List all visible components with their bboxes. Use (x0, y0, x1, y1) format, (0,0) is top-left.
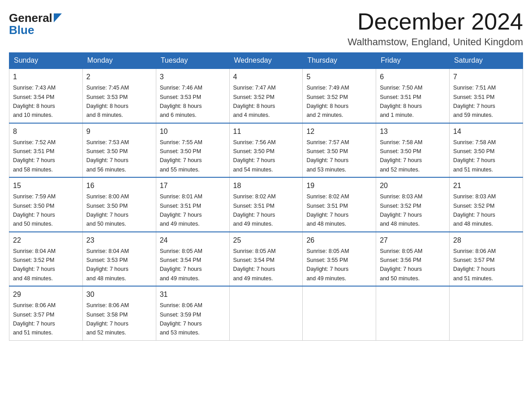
day-number: 8 (13, 126, 79, 137)
day-sunset: Sunset: 3:50 PM (86, 148, 128, 154)
day-daylight2: and 52 minutes. (380, 167, 420, 173)
day-daylight1: Daylight: 7 hours (13, 212, 55, 218)
col-tuesday: Tuesday (156, 53, 229, 69)
page-header: General Blue December 2024 Walthamstow, … (9, 9, 523, 48)
day-daylight2: and 50 minutes. (13, 221, 53, 227)
calendar-day-cell: 4 Sunrise: 7:47 AM Sunset: 3:52 PM Dayli… (229, 68, 303, 123)
day-sunrise: Sunrise: 7:50 AM (380, 85, 422, 91)
day-daylight2: and 48 minutes. (13, 275, 53, 282)
day-daylight2: and 51 minutes. (453, 167, 493, 173)
day-sunset: Sunset: 3:51 PM (453, 94, 494, 100)
calendar-day-cell: 7 Sunrise: 7:51 AM Sunset: 3:51 PM Dayli… (450, 68, 523, 123)
calendar-day-cell: 2 Sunrise: 7:45 AM Sunset: 3:53 PM Dayli… (82, 68, 156, 123)
calendar-day-cell: 10 Sunrise: 7:55 AM Sunset: 3:50 PM Dayl… (156, 123, 229, 178)
day-number: 18 (233, 180, 299, 191)
col-wednesday: Wednesday (229, 53, 303, 69)
calendar-day-cell: 20 Sunrise: 8:03 AM Sunset: 3:52 PM Dayl… (376, 177, 450, 232)
day-sunset: Sunset: 3:58 PM (86, 312, 128, 318)
day-sunrise: Sunrise: 8:02 AM (233, 193, 276, 200)
day-sunset: Sunset: 3:53 PM (86, 94, 128, 100)
day-daylight1: Daylight: 8 hours (160, 103, 202, 109)
day-sunrise: Sunrise: 7:58 AM (380, 139, 422, 146)
calendar-day-cell: 5 Sunrise: 7:49 AM Sunset: 3:52 PM Dayli… (303, 68, 376, 123)
calendar-day-cell (376, 286, 450, 340)
calendar-day-cell: 11 Sunrise: 7:56 AM Sunset: 3:50 PM Dayl… (229, 123, 303, 178)
day-number: 25 (233, 235, 299, 246)
day-sunrise: Sunrise: 8:03 AM (453, 193, 496, 200)
calendar-day-cell: 3 Sunrise: 7:46 AM Sunset: 3:53 PM Dayli… (156, 68, 229, 123)
day-daylight1: Daylight: 7 hours (453, 212, 495, 218)
day-daylight1: Daylight: 7 hours (86, 157, 129, 163)
calendar-day-cell: 30 Sunrise: 8:06 AM Sunset: 3:58 PM Dayl… (82, 286, 156, 340)
col-thursday: Thursday (303, 53, 376, 69)
day-daylight2: and 48 minutes. (306, 221, 346, 227)
calendar-header-row: Sunday Monday Tuesday Wednesday Thursday… (9, 53, 523, 69)
day-daylight2: and 56 minutes. (86, 167, 126, 173)
day-number: 2 (86, 72, 152, 82)
calendar-day-cell: 27 Sunrise: 8:05 AM Sunset: 3:56 PM Dayl… (376, 232, 450, 287)
day-number: 28 (453, 235, 519, 246)
calendar-day-cell: 22 Sunrise: 8:04 AM Sunset: 3:52 PM Dayl… (9, 232, 83, 287)
location-subtitle: Walthamstow, England, United Kingdom (348, 36, 523, 48)
day-number: 29 (13, 289, 79, 300)
day-sunset: Sunset: 3:56 PM (380, 257, 421, 263)
day-sunrise: Sunrise: 7:53 AM (86, 139, 129, 146)
col-saturday: Saturday (450, 53, 523, 69)
day-sunrise: Sunrise: 8:02 AM (306, 193, 349, 200)
day-number: 11 (233, 126, 299, 137)
day-sunset: Sunset: 3:54 PM (233, 257, 275, 263)
calendar-day-cell: 6 Sunrise: 7:50 AM Sunset: 3:51 PM Dayli… (376, 68, 450, 123)
calendar-day-cell: 19 Sunrise: 8:02 AM Sunset: 3:51 PM Dayl… (303, 177, 376, 232)
day-sunset: Sunset: 3:57 PM (453, 257, 494, 263)
day-number: 30 (86, 289, 152, 300)
day-number: 31 (160, 289, 226, 300)
day-sunrise: Sunrise: 8:05 AM (380, 248, 422, 254)
day-daylight2: and 50 minutes. (380, 275, 420, 282)
day-sunset: Sunset: 3:51 PM (160, 203, 201, 209)
calendar-day-cell: 9 Sunrise: 7:53 AM Sunset: 3:50 PM Dayli… (82, 123, 156, 178)
day-sunrise: Sunrise: 8:01 AM (160, 193, 202, 200)
day-daylight1: Daylight: 7 hours (453, 266, 495, 272)
day-sunrise: Sunrise: 8:04 AM (86, 248, 129, 254)
calendar-day-cell (229, 286, 303, 340)
day-number: 9 (86, 126, 152, 137)
day-number: 23 (86, 235, 152, 246)
day-sunset: Sunset: 3:51 PM (306, 203, 348, 209)
day-sunset: Sunset: 3:50 PM (306, 148, 348, 154)
calendar-day-cell: 31 Sunrise: 8:06 AM Sunset: 3:59 PM Dayl… (156, 286, 229, 340)
day-daylight2: and 50 minutes. (86, 221, 126, 227)
day-daylight2: and 2 minutes. (306, 112, 343, 118)
day-sunrise: Sunrise: 8:06 AM (13, 302, 56, 308)
day-daylight2: and 54 minutes. (233, 167, 273, 173)
day-daylight1: Daylight: 7 hours (160, 212, 202, 218)
day-daylight2: and 52 minutes. (86, 330, 126, 336)
day-sunrise: Sunrise: 7:57 AM (306, 139, 349, 146)
day-daylight1: Daylight: 7 hours (86, 212, 129, 218)
calendar-day-cell: 26 Sunrise: 8:05 AM Sunset: 3:55 PM Dayl… (303, 232, 376, 287)
calendar-table: Sunday Monday Tuesday Wednesday Thursday… (9, 52, 523, 341)
day-number: 27 (380, 235, 446, 246)
day-number: 13 (380, 126, 446, 137)
day-sunrise: Sunrise: 7:56 AM (233, 139, 276, 146)
day-sunset: Sunset: 3:51 PM (13, 148, 54, 154)
day-daylight1: Daylight: 7 hours (306, 266, 348, 272)
day-daylight1: Daylight: 8 hours (233, 103, 275, 109)
day-sunset: Sunset: 3:50 PM (13, 203, 54, 209)
calendar-day-cell: 21 Sunrise: 8:03 AM Sunset: 3:52 PM Dayl… (450, 177, 523, 232)
day-daylight1: Daylight: 8 hours (380, 103, 422, 109)
logo-triangle-icon (54, 13, 62, 24)
day-daylight2: and 51 minutes. (13, 330, 53, 336)
day-number: 26 (306, 235, 372, 246)
day-daylight1: Daylight: 7 hours (453, 103, 495, 109)
day-sunrise: Sunrise: 7:51 AM (453, 85, 496, 91)
calendar-day-cell: 29 Sunrise: 8:06 AM Sunset: 3:57 PM Dayl… (9, 286, 83, 340)
day-sunrise: Sunrise: 8:00 AM (86, 193, 129, 200)
day-sunrise: Sunrise: 7:49 AM (306, 85, 349, 91)
day-sunrise: Sunrise: 7:52 AM (13, 139, 56, 146)
day-daylight2: and 4 minutes. (233, 112, 270, 118)
day-sunset: Sunset: 3:51 PM (380, 94, 421, 100)
day-number: 5 (306, 72, 372, 82)
day-daylight1: Daylight: 7 hours (233, 157, 275, 163)
day-number: 4 (233, 72, 299, 82)
calendar-day-cell: 16 Sunrise: 8:00 AM Sunset: 3:50 PM Dayl… (82, 177, 156, 232)
